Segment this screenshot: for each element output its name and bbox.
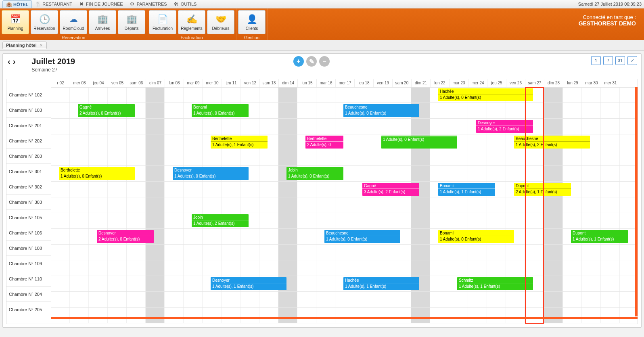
reservation-guest: Beauchesne [343,104,419,110]
reservation-block[interactable]: Beauchesne1 Adulte(s), 0 Enfant(s) [343,104,419,117]
reservation-block[interactable]: 1 Adulte(s), 0 Enfant(s) [381,136,457,149]
menu-tab-parametres[interactable]: ⚙PARAMETRES [126,0,170,8]
menu-tab-fin-de-journ-e[interactable]: ✖FIN DE JOURNÉE [75,0,126,8]
day-header: dim 14 [279,79,298,87]
reservation-block[interactable]: Berthelette1 Adulte(s), 1 Enfant(s) [211,136,268,149]
next-button[interactable]: › [13,57,16,66]
room-row[interactable] [51,150,638,166]
reservation-block[interactable]: Beauchesne1 Adulte(s), 2 Enfant(s) [514,136,590,149]
ribbon-btn-facturation[interactable]: 📄Facturation [149,10,176,34]
ribbon-btn-r-servation[interactable]: 🕒Réservation [31,10,58,34]
reservation-block[interactable]: Desnoyer1 Adulte(s), 2 Enfant(s) [476,120,533,133]
reservation-block[interactable]: Bonami1 Adulte(s), 0 Enfant(s) [192,104,249,117]
room-row[interactable] [51,260,638,276]
reservation-block[interactable]: Beauchesne1 Adulte(s), 0 Enfant(s) [324,230,400,243]
reservation-occupancy: 2 Adulte(s), 1 Enfant(s) [514,189,571,195]
day-header: mer 17 [336,79,355,87]
reservation-block[interactable]: Berthelette1 Adulte(s), 0 Enfant(s) [59,167,135,180]
menu-label: HÔTEL [13,2,28,7]
day-header: jeu 25 [487,79,506,87]
ribbon-btn-icon: 📄 [157,14,168,25]
reservation-guest: Schmitz [457,277,533,283]
menu-tab-restaurant[interactable]: 🍴RESTAURANT [32,0,75,8]
ribbon-btn-roomcloud[interactable]: ☁RoomCloud [60,10,87,34]
reservation-block[interactable]: Jobin1 Adulte(s), 2 Enfant(s) [192,214,249,227]
room-row[interactable]: Gagné3 Adulte(s), 2 Enfant(s)Bonami1 Adu… [51,182,638,197]
ribbon-btn-planning[interactable]: 📅Planning [2,10,29,34]
reservation-block[interactable]: Gagné3 Adulte(s), 2 Enfant(s) [362,183,419,196]
reservation-block[interactable]: Berthelette2 Adulte(s), 0 [305,136,343,149]
reservation-block[interactable]: Hachée1 Adulte(s), 0 Enfant(s) [438,88,533,101]
menu-label: RESTAURANT [42,2,72,6]
room-row[interactable]: Desnoyer1 Adulte(s), 2 Enfant(s) [51,119,638,134]
reservation-guest: Bonami [438,230,514,236]
reservation-block[interactable]: Bonami1 Adulte(s), 0 Enfant(s) [438,230,514,243]
reservation-block[interactable]: Jobin1 Adulte(s), 0 Enfant(s) [286,167,343,180]
view-btn-✓[interactable]: ✓ [627,56,637,65]
reservation-block[interactable]: Schmitz1 Adulte(s), 1 Enfant(s) [457,277,533,290]
reservation-block[interactable]: Desnoyer1 Adulte(s), 0 Enfant(s) [173,167,249,180]
ribbon-btn-r-glements[interactable]: ✍Règlements [178,10,205,34]
day-header: r 02 [51,79,70,87]
day-header: jeu 18 [355,79,374,87]
room-row[interactable]: Berthelette1 Adulte(s), 0 Enfant(s)Desno… [51,166,638,182]
ribbon-btn-arriv-es[interactable]: 🏢Arrivées [89,10,116,34]
menu-tab-outils[interactable]: 🛠OUTILS [170,0,200,8]
edit-button[interactable]: ✎ [306,56,317,67]
reservation-block[interactable]: Gagné2 Adulte(s), 0 Enfant(s) [78,104,135,117]
view-btn-31[interactable]: 31 [615,56,625,65]
ribbon-btn-icon: ☁ [69,14,78,25]
room-label: Chambre N° 108 [6,241,51,256]
room-row[interactable] [51,292,638,308]
reservation-block[interactable]: Desnoyer1 Adulte(s), 1 Enfant(s) [211,277,286,290]
reservation-block[interactable]: Dupont1 Adulte(s), 1 Enfant(s) [571,230,628,243]
ribbon-btn-icon: 🏢 [97,14,108,25]
menu-tab-h-tel[interactable]: 🏨HÔTEL [2,0,32,8]
reservation-occupancy: 1 Adulte(s), 1 Enfant(s) [457,283,533,289]
day-header: mar 30 [582,79,601,87]
ribbon-btn-d-biteurs[interactable]: 🤝Débiteurs [207,10,234,34]
delete-button[interactable]: − [319,56,330,67]
day-header: mar 23 [450,79,468,87]
room-row[interactable]: Gagné2 Adulte(s), 0 Enfant(s)Bonami1 Adu… [51,103,638,119]
reservation-block[interactable]: Dupont2 Adulte(s), 1 Enfant(s) [514,183,571,196]
room-row[interactable] [51,245,638,260]
room-row[interactable]: Desnoyer2 Adulte(s), 0 Enfant(s)Beauches… [51,229,638,245]
ribbon-group-label: Réservation [0,35,147,41]
doc-tab-planning[interactable]: Planning hôtel × [2,42,47,49]
close-icon[interactable]: × [39,43,43,48]
prev-button[interactable]: ‹ [8,57,10,66]
room-row[interactable]: Berthelette1 Adulte(s), 1 Enfant(s)Berth… [51,134,638,150]
reservation-block[interactable]: Desnoyer2 Adulte(s), 0 Enfant(s) [97,230,154,243]
view-btn-1[interactable]: 1 [591,56,601,65]
day-header: sam 27 [525,79,544,87]
reservation-guest: Jobin [192,214,249,220]
reservation-block[interactable]: Hachée1 Adulte(s), 1 Enfant(s) [343,277,419,290]
day-header: mar 09 [184,79,203,87]
reservation-block[interactable]: Bonami1 Adulte(s), 1 Enfant(s) [438,183,495,196]
reservation-occupancy: 3 Adulte(s), 2 Enfant(s) [362,189,419,195]
room-label: Chambre N° 204 [6,287,51,302]
room-label: Chambre N° 106 [6,225,51,241]
document-tabs: Planning hôtel × [0,40,644,51]
day-header: lun 08 [165,79,184,87]
reservation-guest: Berthelette [59,167,135,173]
day-header: ven 05 [108,79,127,87]
reservation-occupancy: 1 Adulte(s), 0 Enfant(s) [438,94,533,100]
scroll-indicator-right [635,87,638,316]
room-row[interactable]: Desnoyer1 Adulte(s), 1 Enfant(s)Hachée1 … [51,276,638,292]
room-label: Chambre N° 201 [6,118,51,133]
room-row[interactable]: Hachée1 Adulte(s), 0 Enfant(s) [51,87,638,103]
room-row[interactable] [51,197,638,213]
top-menubar: 🏨HÔTEL🍴RESTAURANT✖FIN DE JOURNÉE⚙PARAMET… [0,0,644,8]
reservation-guest: Desnoyer [97,230,154,236]
view-btn-7[interactable]: 7 [603,56,613,65]
add-button[interactable]: + [293,56,304,67]
ribbon-btn-icon: 🏢 [126,14,137,25]
ribbon-btn-clients[interactable]: 👤Clients [238,10,266,34]
username-label: GESTHOREST DEMO [579,20,636,27]
room-row[interactable]: Jobin1 Adulte(s), 2 Enfant(s) [51,213,638,229]
menu-icon: ⚙ [130,1,135,7]
ribbon-btn-d-parts[interactable]: 🏢Départs [118,10,145,34]
room-row[interactable] [51,308,638,323]
